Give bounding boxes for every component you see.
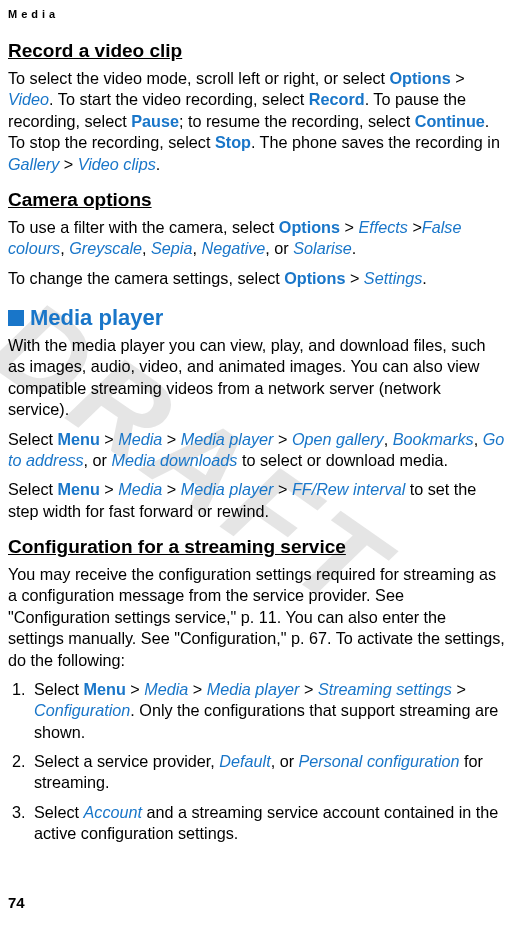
bullet-square-icon — [8, 310, 24, 326]
section-title-media-player: Media player — [8, 305, 505, 331]
para-config-intro: You may receive the configuration settin… — [8, 564, 505, 671]
streaming-settings-label: Streaming settings — [318, 680, 452, 698]
options-label: Options — [284, 269, 345, 287]
media-downloads-label: Media downloads — [111, 451, 237, 469]
para-camera-filter: To use a filter with the camera, select … — [8, 217, 505, 260]
para-media-ffrew: Select Menu > Media > Media player > FF/… — [8, 479, 505, 522]
section-title-camera: Camera options — [8, 189, 505, 211]
media-label: Media — [144, 680, 188, 698]
effects-label: Effects — [358, 218, 407, 236]
video-clips-label: Video clips — [78, 155, 156, 173]
sepia-label: Sepia — [151, 239, 192, 257]
options-label: Options — [279, 218, 340, 236]
settings-label: Settings — [364, 269, 423, 287]
record-label: Record — [309, 90, 365, 108]
bookmarks-label: Bookmarks — [393, 430, 474, 448]
section-title-configuration: Configuration for a streaming service — [8, 536, 505, 558]
pause-label: Pause — [131, 112, 179, 130]
para-camera-settings: To change the camera settings, select Op… — [8, 268, 505, 289]
options-label: Options — [389, 69, 450, 87]
ff-rew-label: FF/Rew interval — [292, 480, 405, 498]
menu-label: Menu — [84, 680, 126, 698]
open-gallery-label: Open gallery — [292, 430, 384, 448]
config-step-2: Select a service provider, Default, or P… — [30, 751, 505, 794]
header-chapter-label: Media — [8, 8, 505, 20]
menu-label: Menu — [58, 430, 100, 448]
menu-label: Menu — [58, 480, 100, 498]
account-label: Account — [84, 803, 143, 821]
media-label: Media — [118, 480, 162, 498]
para-record: To select the video mode, scroll left or… — [8, 68, 505, 175]
personal-config-label: Personal configuration — [299, 752, 460, 770]
para-media-select: Select Menu > Media > Media player > Ope… — [8, 429, 505, 472]
config-step-3: Select Account and a streaming service a… — [30, 802, 505, 845]
greyscale-label: Greyscale — [69, 239, 142, 257]
media-player-label: Media player — [181, 480, 274, 498]
config-steps-list: Select Menu > Media > Media player > Str… — [8, 679, 505, 845]
default-label: Default — [219, 752, 270, 770]
page-number: 74 — [8, 894, 25, 911]
continue-label: Continue — [415, 112, 485, 130]
page-content: Media Record a video clip To select the … — [8, 8, 505, 845]
para-media-intro: With the media player you can view, play… — [8, 335, 505, 421]
media-player-label: Media player — [181, 430, 274, 448]
section-title-record: Record a video clip — [8, 40, 505, 62]
config-step-1: Select Menu > Media > Media player > Str… — [30, 679, 505, 743]
negative-label: Negative — [201, 239, 265, 257]
gallery-label: Gallery — [8, 155, 59, 173]
media-label: Media — [118, 430, 162, 448]
configuration-label: Configuration — [34, 701, 130, 719]
stop-label: Stop — [215, 133, 251, 151]
media-player-label: Media player — [207, 680, 300, 698]
video-label: Video — [8, 90, 49, 108]
solarise-label: Solarise — [293, 239, 351, 257]
